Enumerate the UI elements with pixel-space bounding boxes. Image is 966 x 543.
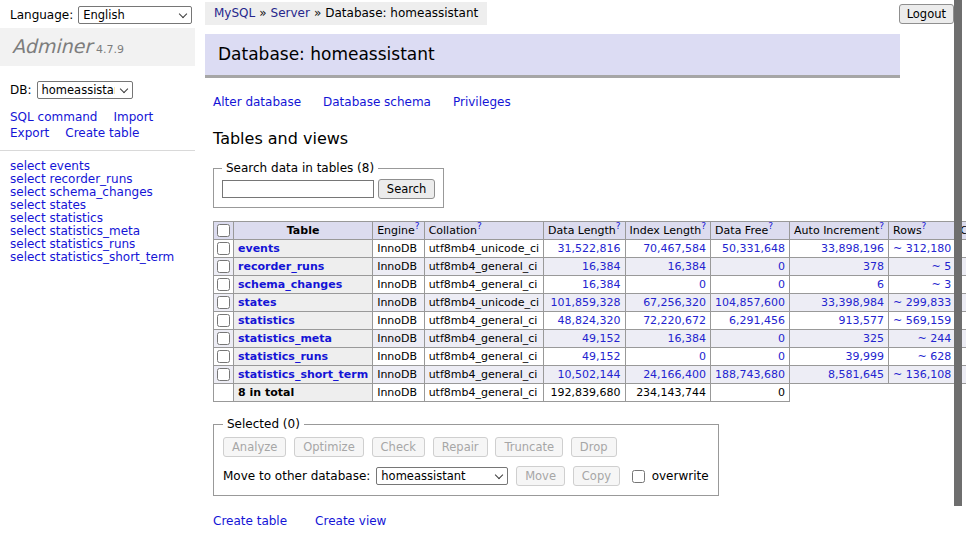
breadcrumb-link-mysql[interactable]: MySQL (214, 6, 255, 20)
table-name-link[interactable]: statistics (238, 314, 295, 327)
table-name-cell: statistics_runs (234, 348, 373, 366)
help-link[interactable]: ? (768, 221, 773, 231)
row-checkbox[interactable] (217, 350, 230, 363)
optimize-button[interactable]: Optimize (294, 437, 364, 457)
table-name-cell: schema_changes (234, 276, 373, 294)
column-header-collation: Collation? (424, 222, 543, 240)
auto-increment-cell: 8,581,645 (790, 366, 889, 384)
language-select[interactable]: English (78, 6, 192, 24)
search-button[interactable]: Search (378, 179, 436, 199)
select-all-checkbox[interactable] (217, 224, 230, 237)
app-version: 4.7.9 (96, 43, 124, 56)
sidebar-item-import[interactable]: Import (113, 110, 153, 124)
move-label: Move to other database: (223, 469, 370, 483)
help-link[interactable]: ? (415, 221, 420, 231)
sidebar-table-links: select events select recorder_runs selec… (0, 151, 195, 264)
rows-cell: ~ 244 (889, 330, 956, 348)
index-length-cell: 16,384 (625, 258, 711, 276)
row-checkbox[interactable] (217, 368, 230, 381)
selected-fieldset: Selected (0) Analyze Optimize Check Repa… (213, 417, 719, 496)
analyze-button[interactable]: Analyze (223, 437, 286, 457)
rows-cell: ~ 569,159 (889, 312, 956, 330)
column-header-index-length: Index Length? (625, 222, 711, 240)
check-button[interactable]: Check (372, 437, 425, 457)
data-free-cell: 50,331,648 (711, 240, 790, 258)
rows-cell: ~ 312,180 (889, 240, 956, 258)
move-button[interactable]: Move (516, 466, 565, 486)
collation-cell: utf8mb4_general_ci (424, 330, 543, 348)
auto-increment-cell: 913,577 (790, 312, 889, 330)
create-table-link[interactable]: Create table (213, 514, 287, 528)
table-name-link[interactable]: statistics_short_term (238, 368, 368, 381)
table-row: states InnoDB utf8mb4_unicode_ci 101,859… (214, 294, 966, 312)
row-checkbox[interactable] (217, 242, 230, 255)
help-link[interactable]: ? (701, 221, 706, 231)
sidebar-item-create-table[interactable]: Create table (65, 126, 139, 140)
table-row: schema_changes InnoDB utf8mb4_general_ci… (214, 276, 966, 294)
index-length-cell: 0 (625, 348, 711, 366)
copy-button[interactable]: Copy (573, 466, 620, 486)
language-row: Language: English (10, 6, 192, 24)
sidebar-menu: SQL commandImport ExportCreate table (0, 99, 195, 141)
auto-increment-cell: 33,398,984 (790, 294, 889, 312)
sidebar-item-select-statistics-short-term[interactable]: select statistics_short_term (10, 251, 195, 264)
collation-cell: utf8mb4_general_ci (424, 312, 543, 330)
drop-button[interactable]: Drop (571, 437, 617, 457)
privileges-link[interactable]: Privileges (453, 95, 511, 109)
table-footer-row: 8 in total InnoDB utf8mb4_general_ci 192… (214, 384, 966, 402)
data-free-cell: 188,743,680 (711, 366, 790, 384)
vertical-scrollbar-thumb[interactable] (954, 0, 962, 506)
engine-cell: InnoDB (373, 240, 424, 258)
table-row: statistics_runs InnoDB utf8mb4_general_c… (214, 348, 966, 366)
data-length-cell: 48,824,320 (544, 312, 625, 330)
auto-increment-cell: 6 (790, 276, 889, 294)
row-checkbox[interactable] (217, 314, 230, 327)
data-length-cell: 49,152 (544, 348, 625, 366)
column-header-engine: Engine? (373, 222, 424, 240)
row-checkbox[interactable] (217, 260, 230, 273)
row-checkbox[interactable] (217, 296, 230, 309)
help-link[interactable]: ? (879, 221, 884, 231)
table-name-link[interactable]: states (238, 296, 277, 309)
create-view-link[interactable]: Create view (315, 514, 386, 528)
search-legend: Search data in tables (8) (222, 161, 378, 175)
search-input[interactable] (222, 180, 374, 198)
column-header-data-length: Data Length? (544, 222, 625, 240)
create-links-row: Create tableCreate view (213, 514, 925, 528)
help-link[interactable]: ? (922, 221, 927, 231)
breadcrumb: MySQL»Server»Database: homeassistant (205, 2, 487, 25)
table-name-link[interactable]: statistics_meta (238, 332, 332, 345)
move-database-select[interactable]: homeassistant (376, 467, 508, 485)
database-schema-link[interactable]: Database schema (323, 95, 431, 109)
collation-cell: utf8mb4_general_ci (424, 366, 543, 384)
row-checkbox[interactable] (217, 332, 230, 345)
auto-increment-cell: 33,898,196 (790, 240, 889, 258)
move-row: Move to other database: homeassistant Mo… (223, 466, 709, 486)
alter-database-link[interactable]: Alter database (213, 95, 301, 109)
truncate-button[interactable]: Truncate (495, 437, 563, 457)
sidebar-item-export[interactable]: Export (10, 126, 49, 140)
overwrite-checkbox[interactable] (632, 470, 645, 483)
sidebar-item-sql-command[interactable]: SQL command (10, 110, 97, 124)
breadcrumb-link-server[interactable]: Server (271, 6, 310, 20)
index-length-cell: 67,256,320 (625, 294, 711, 312)
table-name-cell: statistics_meta (234, 330, 373, 348)
table-name-link[interactable]: events (238, 242, 280, 255)
collation-cell: utf8mb4_general_ci (424, 348, 543, 366)
db-select[interactable]: homeassistant (37, 81, 133, 99)
table-name-link[interactable]: recorder_runs (238, 260, 324, 273)
row-checkbox[interactable] (217, 278, 230, 291)
engine-cell: InnoDB (373, 294, 424, 312)
table-name-link[interactable]: statistics_runs (238, 350, 328, 363)
index-length-cell: 70,467,584 (625, 240, 711, 258)
help-link[interactable]: ? (477, 221, 482, 231)
chevron-down-icon (495, 470, 503, 478)
engine-cell: InnoDB (373, 258, 424, 276)
repair-button[interactable]: Repair (433, 437, 488, 457)
main-content: MySQL»Server»Database: homeassistant Dat… (205, 0, 925, 543)
help-link[interactable]: ? (616, 221, 621, 231)
table-name-link[interactable]: schema_changes (238, 278, 342, 291)
engine-cell: InnoDB (373, 276, 424, 294)
search-fieldset: Search data in tables (8) Search (213, 161, 444, 208)
chevron-down-icon (119, 84, 127, 92)
